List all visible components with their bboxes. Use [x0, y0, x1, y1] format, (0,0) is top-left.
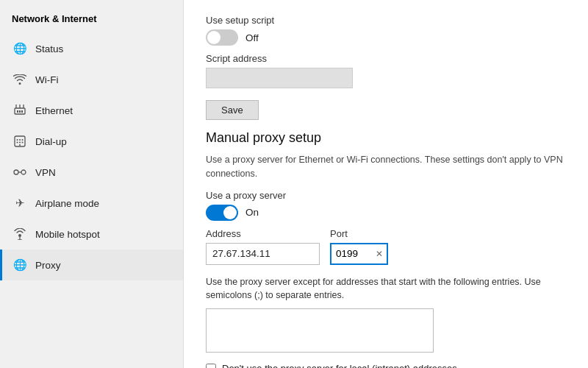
- svg-point-14: [19, 144, 21, 146]
- sidebar-title: Network & Internet: [0, 7, 183, 33]
- use-proxy-toggle[interactable]: [206, 205, 238, 221]
- address-port-row: Address Port ✕: [206, 228, 566, 265]
- hotspot-icon: [12, 226, 28, 242]
- sidebar-item-hotspot[interactable]: Mobile hotspot: [0, 219, 183, 250]
- sidebar-item-label: Proxy: [35, 260, 61, 271]
- sidebar-item-proxy[interactable]: 🌐 Proxy: [0, 250, 183, 280]
- sidebar-item-airplane[interactable]: ✈ Airplane mode: [0, 188, 183, 219]
- svg-point-15: [14, 170, 18, 174]
- sidebar-item-label: Mobile hotspot: [35, 229, 100, 240]
- setup-script-label: Use setup script: [206, 15, 566, 26]
- local-checkbox-row: Don't use the proxy server for local (in…: [206, 363, 566, 368]
- sidebar-item-dialup[interactable]: Dial-up: [0, 126, 183, 157]
- local-intranet-checkbox[interactable]: [206, 364, 216, 369]
- exceptions-textarea[interactable]: [206, 308, 434, 353]
- setup-script-toggle-label: Off: [245, 32, 259, 43]
- local-intranet-label[interactable]: Don't use the proxy server for local (in…: [222, 363, 457, 368]
- svg-point-8: [17, 139, 18, 141]
- sidebar-item-wifi[interactable]: Wi-Fi: [0, 64, 183, 95]
- script-address-label: Script address: [206, 53, 566, 64]
- sidebar-item-label: Status: [35, 43, 63, 54]
- svg-point-9: [19, 139, 21, 141]
- setup-script-section: Use setup script Off Script address Save: [206, 15, 566, 120]
- airplane-icon: ✈: [12, 195, 28, 211]
- script-address-input[interactable]: [206, 68, 353, 88]
- port-input-wrapper: ✕: [330, 243, 388, 265]
- address-label: Address: [206, 228, 320, 239]
- sidebar-item-label: Dial-up: [35, 136, 67, 147]
- main-content: Use setup script Off Script address Save…: [184, 0, 588, 368]
- svg-point-10: [22, 139, 24, 141]
- sidebar: Network & Internet 🌐 Status Wi-Fi: [0, 0, 184, 368]
- address-input[interactable]: [206, 243, 320, 265]
- svg-point-12: [19, 142, 21, 144]
- proxy-icon: 🌐: [12, 257, 28, 273]
- port-label: Port: [330, 228, 388, 239]
- exceptions-desc: Use the proxy server except for addresse…: [206, 275, 566, 303]
- toggle-knob: [207, 31, 220, 44]
- address-group: Address: [206, 228, 320, 265]
- status-icon: 🌐: [12, 40, 28, 57]
- svg-point-13: [22, 142, 24, 144]
- sidebar-item-label: Ethernet: [35, 105, 73, 116]
- sidebar-item-label: VPN: [35, 167, 56, 178]
- use-proxy-toggle-label: On: [245, 207, 259, 218]
- manual-proxy-desc: Use a proxy server for Ethernet or Wi-Fi…: [206, 153, 566, 181]
- wifi-icon: [12, 71, 28, 88]
- svg-rect-2: [19, 110, 21, 113]
- port-clear-button[interactable]: ✕: [372, 249, 387, 259]
- svg-point-11: [17, 142, 18, 144]
- svg-rect-1: [17, 110, 18, 113]
- port-input[interactable]: [331, 245, 372, 262]
- use-proxy-label: Use a proxy server: [206, 190, 566, 201]
- manual-proxy-section: Manual proxy setup Use a proxy server fo…: [206, 130, 566, 368]
- svg-rect-3: [21, 110, 23, 113]
- sidebar-item-label: Airplane mode: [35, 198, 99, 209]
- manual-proxy-title: Manual proxy setup: [206, 130, 566, 146]
- setup-script-toggle[interactable]: [206, 29, 238, 46]
- vpn-icon: [12, 164, 28, 180]
- proxy-toggle-knob: [223, 206, 237, 219]
- sidebar-item-ethernet[interactable]: Ethernet: [0, 95, 183, 126]
- use-proxy-toggle-row: On: [206, 205, 566, 221]
- sidebar-item-vpn[interactable]: VPN: [0, 157, 183, 188]
- sidebar-item-status[interactable]: 🌐 Status: [0, 33, 183, 64]
- setup-script-save-button[interactable]: Save: [206, 100, 259, 120]
- setup-script-toggle-row: Off: [206, 29, 566, 46]
- sidebar-item-label: Wi-Fi: [35, 74, 58, 85]
- ethernet-icon: [12, 102, 28, 118]
- dialup-icon: [12, 133, 28, 149]
- port-group: Port ✕: [330, 228, 388, 265]
- svg-point-16: [21, 170, 26, 174]
